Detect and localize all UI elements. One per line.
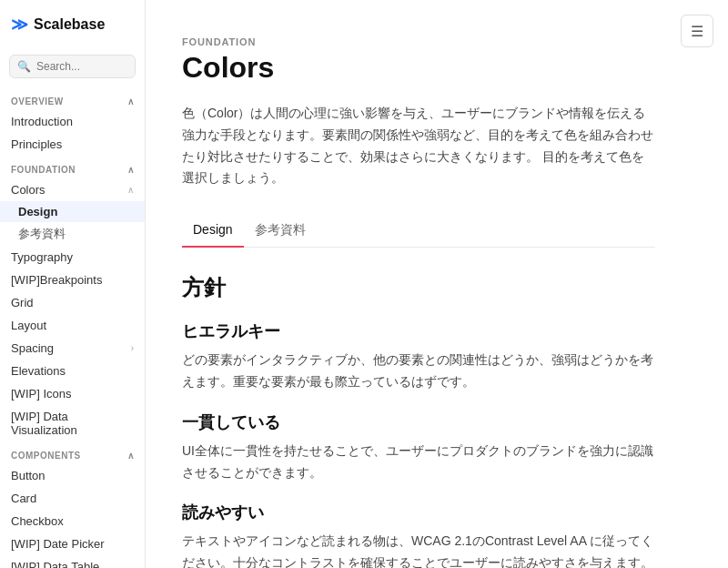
sidebar-item-card[interactable]: Card: [0, 487, 145, 510]
checkbox-label: Checkbox: [11, 514, 64, 528]
elevations-label: Elevations: [11, 364, 66, 378]
date-picker-label: [WIP] Date Picker: [11, 537, 105, 551]
main-content: FOUNDATION Colors 色（Color）は人間の心理に強い影響を与え…: [146, 0, 728, 568]
sidebar-item-grid[interactable]: Grid: [0, 291, 145, 314]
sidebar: ≫ Scalebase 🔍 OVERVIEW ∧ Introduction Pr…: [0, 0, 146, 568]
page-description: 色（Color）は人間の心理に強い影響を与え、ユーザーにブランドや情報を伝える強…: [182, 103, 655, 189]
section-overview: OVERVIEW ∧: [0, 87, 145, 110]
breakpoints-label: [WIP]Breakpoints: [11, 273, 102, 287]
sidebar-item-button[interactable]: Button: [0, 464, 145, 487]
grid-label: Grid: [11, 296, 34, 309]
data-table-label: [WIP] Data Table: [11, 560, 99, 568]
card-label: Card: [11, 492, 36, 505]
foundation-label: FOUNDATION: [11, 165, 76, 175]
sidebar-item-data-viz[interactable]: [WIP] Data Visualization: [0, 405, 145, 441]
page-title: Colors: [182, 51, 655, 85]
principles-label: Principles: [11, 137, 62, 151]
readable-text: テキストやアイコンなど読まれる物は、WCAG 2.1のContrast Leve…: [182, 531, 655, 568]
sidebar-item-introduction[interactable]: Introduction: [0, 110, 145, 133]
tab-references[interactable]: 参考資料: [244, 215, 317, 248]
hierarchy-text: どの要素がインタラクティブか、他の要素との関連性はどうか、強弱はどうかを考えます…: [182, 350, 655, 393]
spacing-label: Spacing: [11, 341, 54, 355]
overview-chevron[interactable]: ∧: [127, 96, 135, 106]
consistent-text: UI全体に一貫性を持たせることで、ユーザーにプロダクトのブランドを強力に認識させ…: [182, 441, 655, 484]
sidebar-item-design[interactable]: Design: [0, 201, 145, 222]
data-viz-label: [WIP] Data Visualization: [11, 410, 134, 437]
colors-label: Colors: [11, 183, 46, 197]
section-foundation: FOUNDATION ∧: [0, 156, 145, 178]
references-label: 参考資料: [18, 226, 66, 242]
subsection-consistent: 一貫している: [182, 411, 655, 433]
sidebar-item-typography[interactable]: Typography: [0, 246, 145, 269]
layout-label: Layout: [11, 319, 46, 332]
logo-text: Scalebase: [34, 16, 105, 33]
sidebar-item-data-table[interactable]: [WIP] Data Table: [0, 555, 145, 568]
search-container: 🔍: [0, 49, 145, 87]
section-title: 方針: [182, 273, 655, 302]
sidebar-item-references[interactable]: 参考資料: [0, 222, 145, 246]
button-label: Button: [11, 469, 46, 482]
foundation-chevron[interactable]: ∧: [127, 165, 135, 175]
search-icon: 🔍: [17, 60, 31, 73]
components-chevron[interactable]: ∧: [127, 451, 135, 461]
tabs: Design 参考資料: [182, 215, 655, 248]
sidebar-item-principles[interactable]: Principles: [0, 133, 145, 156]
subsection-readable: 読みやすい: [182, 502, 655, 523]
icons-label: [WIP] Icons: [11, 387, 71, 401]
sidebar-item-breakpoints[interactable]: [WIP]Breakpoints: [0, 269, 145, 291]
foundation-breadcrumb: FOUNDATION: [182, 36, 655, 47]
main-wrapper: ☰ FOUNDATION Colors 色（Color）は人間の心理に強い影響を…: [146, 0, 728, 568]
sidebar-item-icons[interactable]: [WIP] Icons: [0, 382, 145, 405]
tab-design[interactable]: Design: [182, 215, 244, 248]
sidebar-item-colors[interactable]: Colors ∧: [0, 178, 145, 201]
menu-icon: ☰: [691, 23, 703, 40]
search-input[interactable]: [36, 60, 127, 73]
typography-label: Typography: [11, 250, 73, 264]
logo: ≫ Scalebase: [0, 0, 145, 49]
section-components: COMPONENTS ∧: [0, 441, 145, 464]
colors-chevron[interactable]: ∧: [127, 185, 134, 195]
spacing-chevron[interactable]: ›: [131, 343, 134, 353]
subsection-hierarchy: ヒエラルキー: [182, 320, 655, 342]
logo-icon: ≫: [11, 15, 28, 35]
overview-label: OVERVIEW: [11, 96, 64, 106]
sidebar-item-checkbox[interactable]: Checkbox: [0, 510, 145, 532]
components-label: COMPONENTS: [11, 451, 81, 461]
introduction-label: Introduction: [11, 115, 73, 128]
toolbar-button[interactable]: ☰: [681, 15, 713, 47]
sidebar-item-layout[interactable]: Layout: [0, 314, 145, 337]
sidebar-item-elevations[interactable]: Elevations: [0, 360, 145, 382]
sidebar-item-date-picker[interactable]: [WIP] Date Picker: [0, 532, 145, 555]
search-box[interactable]: 🔍: [9, 55, 136, 78]
sidebar-item-spacing[interactable]: Spacing ›: [0, 337, 145, 360]
design-label: Design: [18, 205, 57, 218]
